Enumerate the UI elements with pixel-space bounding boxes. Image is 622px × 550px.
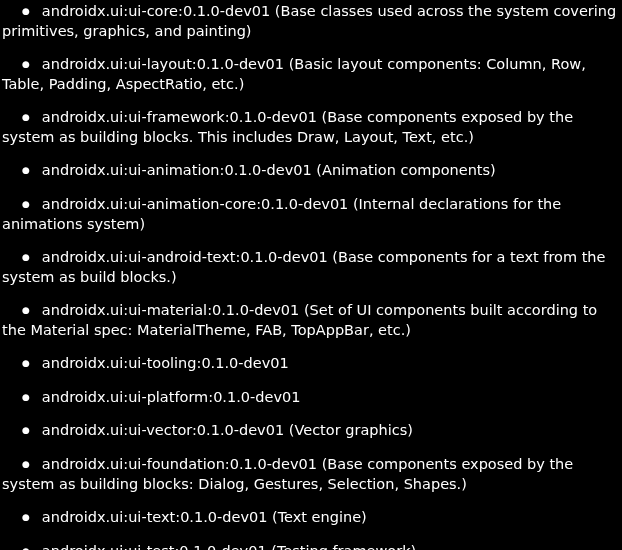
list-item: ●androidx.ui:ui-animation:0.1.0-dev01 (A…: [2, 161, 618, 181]
list-item: ●androidx.ui:ui-vector:0.1.0-dev01 (Vect…: [2, 421, 618, 441]
list-item: ●androidx.ui:ui-android-text:0.1.0-dev01…: [2, 248, 618, 287]
bullet-icon: ●: [22, 112, 30, 122]
list-item: ●androidx.ui:ui-platform:0.1.0-dev01: [2, 388, 618, 408]
artifact-name: androidx.ui:ui-test:0.1.0-dev01: [42, 543, 267, 550]
bullet-icon: ●: [22, 358, 30, 368]
list-item: ●androidx.ui:ui-core:0.1.0-dev01 (Base c…: [2, 2, 618, 41]
bullet-icon: ●: [22, 425, 30, 435]
bullet-icon: ●: [22, 6, 30, 16]
dependency-list: ●androidx.ui:ui-core:0.1.0-dev01 (Base c…: [2, 2, 618, 550]
artifact-desc: (Animation components): [316, 162, 495, 178]
bullet-icon: ●: [22, 165, 30, 175]
bullet-icon: ●: [22, 392, 30, 402]
artifact-name: androidx.ui:ui-vector:0.1.0-dev01: [42, 422, 284, 438]
artifact-name: androidx.ui:ui-framework:0.1.0-dev01: [42, 109, 317, 125]
artifact-desc: (Vector graphics): [289, 422, 413, 438]
list-item: ●androidx.ui:ui-text:0.1.0-dev01 (Text e…: [2, 508, 618, 528]
artifact-name: androidx.ui:ui-layout:0.1.0-dev01: [42, 56, 284, 72]
artifact-name: androidx.ui:ui-core:0.1.0-dev01: [42, 3, 270, 19]
artifact-name: androidx.ui:ui-animation:0.1.0-dev01: [42, 162, 312, 178]
list-item: ●androidx.ui:ui-foundation:0.1.0-dev01 (…: [2, 455, 618, 494]
artifact-name: androidx.ui:ui-tooling:0.1.0-dev01: [42, 355, 289, 371]
artifact-desc: (Testing framework): [271, 543, 416, 550]
list-item: ●androidx.ui:ui-tooling:0.1.0-dev01: [2, 354, 618, 374]
artifact-name: androidx.ui:ui-android-text:0.1.0-dev01: [42, 249, 328, 265]
bullet-icon: ●: [22, 459, 30, 469]
artifact-name: androidx.ui:ui-text:0.1.0-dev01: [42, 509, 268, 525]
list-item: ●androidx.ui:ui-framework:0.1.0-dev01 (B…: [2, 108, 618, 147]
list-item: ●androidx.ui:ui-animation-core:0.1.0-dev…: [2, 195, 618, 234]
list-item: ●androidx.ui:ui-test:0.1.0-dev01 (Testin…: [2, 542, 618, 550]
artifact-desc: (Text engine): [272, 509, 367, 525]
artifact-name: androidx.ui:ui-animation-core:0.1.0-dev0…: [42, 196, 348, 212]
list-item: ●androidx.ui:ui-material:0.1.0-dev01 (Se…: [2, 301, 618, 340]
artifact-name: androidx.ui:ui-foundation:0.1.0-dev01: [42, 456, 317, 472]
bullet-icon: ●: [22, 512, 30, 522]
list-item: ●androidx.ui:ui-layout:0.1.0-dev01 (Basi…: [2, 55, 618, 94]
artifact-name: androidx.ui:ui-platform:0.1.0-dev01: [42, 389, 301, 405]
bullet-icon: ●: [22, 199, 30, 209]
bullet-icon: ●: [22, 305, 30, 315]
bullet-icon: ●: [22, 546, 30, 550]
bullet-icon: ●: [22, 59, 30, 69]
artifact-name: androidx.ui:ui-material:0.1.0-dev01: [42, 302, 299, 318]
bullet-icon: ●: [22, 252, 30, 262]
